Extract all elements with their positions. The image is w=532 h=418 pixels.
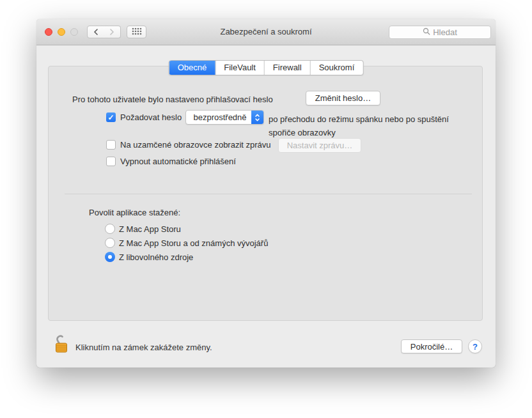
search-placeholder: Hledat: [433, 27, 457, 37]
forward-button: [104, 26, 121, 38]
change-password-button[interactable]: Změnit heslo…: [306, 91, 380, 105]
back-button[interactable]: [87, 26, 104, 38]
advanced-button[interactable]: Pokročilé…: [401, 339, 462, 353]
stepper-icon: [251, 111, 263, 124]
general-pane: Pro tohoto uživatele bylo nastaveno přih…: [48, 66, 483, 321]
tab-bar: Obecné FileVault Firewall Soukromí: [169, 60, 364, 75]
show-all-button[interactable]: [127, 26, 146, 38]
lock-message-row: ✓ Na uzamčené obrazovce zobrazit zprávu: [106, 140, 271, 150]
grid-icon: [132, 27, 142, 37]
identified-developers-radio-label: Z Mac App Storu a od známých vývojářů: [119, 238, 268, 248]
password-delay-dropdown[interactable]: bezprostředně: [185, 110, 264, 125]
anywhere-radio-label: Z libovolného zdroje: [119, 252, 193, 262]
suffix-line2: spořiče obrazovky: [269, 126, 449, 139]
auto-login-checkbox[interactable]: ✓: [106, 157, 116, 166]
lock-message-label: Na uzamčené obrazovce zobrazit zprávu: [120, 140, 271, 150]
set-message-button: Nastavit zprávu…: [278, 138, 361, 153]
auto-login-row: ✓ Vypnout automatické přihlášení: [106, 157, 236, 166]
search-input[interactable]: Hledat: [389, 26, 491, 39]
zoom-button-disabled: [70, 28, 78, 36]
tab-filevault[interactable]: FileVault: [215, 61, 264, 75]
require-password-suffix: po přechodu do režimu spánku nebo po spu…: [269, 112, 449, 139]
lock-hint-label: Kliknutím na zámek zakážete změny.: [75, 343, 212, 352]
search-icon: [423, 27, 430, 37]
allow-apps-label: Povolit aplikace stažené:: [89, 208, 180, 217]
lock-message-checkbox[interactable]: ✓: [106, 140, 116, 150]
auto-login-label: Vypnout automatické přihlášení: [120, 157, 236, 166]
checkmark-icon: ✓: [107, 114, 114, 121]
password-delay-value: bezprostředně: [186, 112, 251, 122]
require-password-checkbox[interactable]: ✓: [106, 112, 116, 122]
chevron-left-icon: [93, 27, 98, 37]
identified-developers-radio[interactable]: [105, 238, 115, 248]
section-divider: [65, 194, 472, 194]
security-privacy-window: Zabezpečení a soukromí Hledat Obecné Fil…: [36, 19, 496, 368]
suffix-line1: po přechodu do režimu spánku nebo po spu…: [269, 112, 449, 126]
tab-general[interactable]: Obecné: [169, 61, 215, 75]
radio-row-anywhere: Z libovolného zdroje: [105, 252, 193, 262]
radio-row-identified-developers: Z Mac App Storu a od známých vývojářů: [105, 238, 268, 248]
close-button[interactable]: [45, 28, 52, 36]
radio-row-app-store: Z Mac App Storu: [105, 224, 181, 234]
require-password-row: ✓ Požadovat heslo: [106, 112, 182, 122]
minimize-button[interactable]: [58, 28, 65, 36]
titlebar: Zabezpečení a soukromí Hledat: [36, 19, 496, 45]
password-status-label: Pro tohoto uživatele bylo nastaveno přih…: [72, 95, 273, 104]
help-button[interactable]: ?: [468, 339, 482, 353]
anywhere-radio[interactable]: [105, 252, 115, 262]
lock-open-icon[interactable]: [54, 333, 69, 355]
app-store-radio-label: Z Mac App Storu: [119, 224, 181, 234]
chevron-right-icon: [109, 27, 114, 37]
app-store-radio[interactable]: [105, 224, 115, 234]
tab-privacy[interactable]: Soukromí: [310, 61, 363, 75]
tab-firewall[interactable]: Firewall: [264, 61, 310, 75]
require-password-label: Požadovat heslo: [120, 112, 182, 122]
